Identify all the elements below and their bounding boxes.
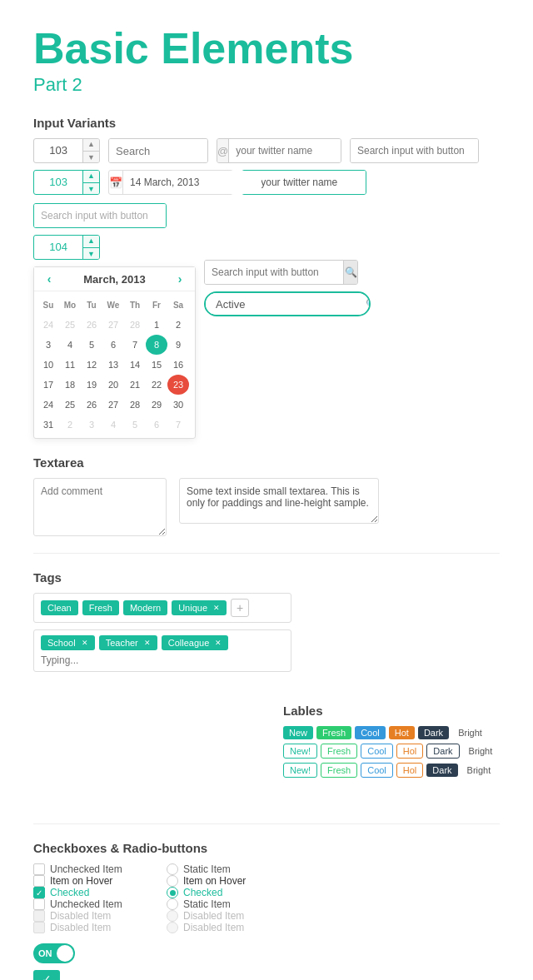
cal-24a[interactable]: 24 <box>37 315 59 335</box>
labels-row-2: New! Fresh Cool Hol Dark Bright <box>283 744 500 759</box>
cal-5b[interactable]: 5 <box>124 415 146 435</box>
tag-clean[interactable]: Clean <box>41 600 78 615</box>
cal-10[interactable]: 10 <box>37 355 59 375</box>
tag-school[interactable]: School <box>41 635 95 650</box>
tag-colleague[interactable]: Colleague <box>162 635 229 650</box>
cal-18[interactable]: 18 <box>59 375 81 395</box>
active-search-btn[interactable]: 🔍 <box>366 293 371 315</box>
spinner-3-down[interactable]: ▼ <box>83 248 99 261</box>
cal-4b[interactable]: 4 <box>102 415 124 435</box>
tag-unique[interactable]: Unique <box>172 600 227 615</box>
spinner-1-down[interactable]: ▼ <box>83 152 99 164</box>
cal-14[interactable]: 14 <box>124 355 146 375</box>
cb-label-4: Unchecked Item <box>50 898 122 910</box>
date-input[interactable] <box>123 171 262 194</box>
cal-31[interactable]: 31 <box>37 415 59 435</box>
rb-checked: Checked <box>167 887 291 898</box>
cal-21[interactable]: 21 <box>124 375 146 395</box>
spinner-2-down[interactable]: ▼ <box>83 183 99 196</box>
search-btn-input-3[interactable] <box>205 261 343 284</box>
spinner-2-up[interactable]: ▲ <box>83 170 99 183</box>
cal-3b[interactable]: 3 <box>81 415 102 435</box>
calendar-prev[interactable]: ‹ <box>41 272 57 286</box>
rb-1[interactable] <box>167 863 178 875</box>
rb-4[interactable] <box>167 898 178 910</box>
cal-12[interactable]: 12 <box>81 355 102 375</box>
cal-25b[interactable]: 25 <box>59 395 81 415</box>
cal-11[interactable]: 11 <box>59 355 81 375</box>
cal-30[interactable]: 30 <box>167 395 189 415</box>
cal-15[interactable]: 15 <box>146 355 167 375</box>
spinner-1[interactable]: 103 ▲ ▼ <box>33 138 100 163</box>
search-input[interactable] <box>109 139 208 162</box>
cb-2[interactable] <box>33 875 45 887</box>
lbl-dark-2: Dark <box>426 744 459 759</box>
labels-row-3: New! Fresh Cool Hol Dark Bright <box>283 763 500 778</box>
cal-16[interactable]: 16 <box>167 355 189 375</box>
cal-header-row: Su Mo Tu We Th Fr Sa <box>37 295 192 315</box>
rb-3[interactable] <box>167 887 178 898</box>
cal-27a[interactable]: 27 <box>102 315 124 335</box>
rb-2[interactable] <box>167 875 178 887</box>
cal-28a[interactable]: 28 <box>124 315 146 335</box>
cal-19[interactable]: 19 <box>81 375 102 395</box>
rb-label-4: Static Item <box>183 898 231 910</box>
cal-23-selected[interactable]: 23 <box>167 375 189 395</box>
tag-input[interactable] <box>41 654 284 666</box>
cal-3[interactable]: 3 <box>37 335 59 355</box>
rb-6 <box>167 922 178 933</box>
twitter-field-2[interactable] <box>254 171 366 194</box>
rb-hover: Item on Hover <box>167 875 291 887</box>
spinner-1-up[interactable]: ▲ <box>83 138 99 152</box>
cal-27b[interactable]: 27 <box>102 395 124 415</box>
active-search-wrap: 🔍 <box>204 291 371 316</box>
toggle-on[interactable]: ON <box>33 943 75 963</box>
cal-7[interactable]: 7 <box>124 335 146 355</box>
cal-26b[interactable]: 26 <box>81 395 102 415</box>
twitter-field-1[interactable] <box>229 139 341 162</box>
cal-28b[interactable]: 28 <box>124 395 146 415</box>
textarea-sample[interactable]: Some text inside small textarea. This is… <box>179 478 379 524</box>
cal-26a[interactable]: 26 <box>81 315 102 335</box>
cal-5[interactable]: 5 <box>81 335 102 355</box>
toggle-check[interactable]: ✓ <box>33 970 60 980</box>
spinner-3[interactable]: 104 ▲ ▼ <box>33 235 100 260</box>
cal-13[interactable]: 13 <box>102 355 124 375</box>
lbl-hot-2: Hol <box>396 744 424 759</box>
cal-25a[interactable]: 25 <box>59 315 81 335</box>
search-btn-3-icon[interactable]: 🔍 <box>343 261 357 284</box>
cal-1[interactable]: 1 <box>146 315 167 335</box>
cal-9[interactable]: 9 <box>167 335 189 355</box>
tag-teacher[interactable]: Teacher <box>99 635 157 650</box>
cal-17[interactable]: 17 <box>37 375 59 395</box>
search-btn-input-2[interactable] <box>34 204 167 227</box>
tag-fresh[interactable]: Fresh <box>82 600 119 615</box>
tag-modern[interactable]: Modern <box>123 600 167 615</box>
cal-day-we: We <box>102 295 124 315</box>
cal-24b[interactable]: 24 <box>37 395 59 415</box>
cb-4[interactable] <box>33 898 45 910</box>
cb-unchecked-1: Unchecked Item <box>33 863 158 875</box>
active-search-input[interactable] <box>206 293 366 315</box>
textarea-section: Textarea Some text inside small textarea… <box>33 455 500 536</box>
calendar-next[interactable]: › <box>172 272 188 286</box>
cal-29[interactable]: 29 <box>146 395 167 415</box>
search-btn-input-1[interactable] <box>351 139 479 162</box>
spinner-3-up[interactable]: ▲ <box>83 235 99 248</box>
tag-add-btn[interactable]: + <box>231 599 249 617</box>
cal-4[interactable]: 4 <box>59 335 81 355</box>
cal-20[interactable]: 20 <box>102 375 124 395</box>
cal-22[interactable]: 22 <box>146 375 167 395</box>
cal-8-today[interactable]: 8 <box>146 335 167 355</box>
spinner-2[interactable]: 103 ▲ ▼ <box>33 170 100 195</box>
cal-7b[interactable]: 7 <box>167 415 189 435</box>
cal-day-th: Th <box>124 295 146 315</box>
cal-2b[interactable]: 2 <box>59 415 81 435</box>
cb-1[interactable] <box>33 863 45 875</box>
cal-2[interactable]: 2 <box>167 315 189 335</box>
cal-6b[interactable]: 6 <box>146 415 167 435</box>
cb-3[interactable] <box>33 887 45 898</box>
cal-6[interactable]: 6 <box>102 335 124 355</box>
calendar-icon[interactable]: 📅 <box>109 171 123 194</box>
textarea-comment[interactable] <box>33 478 167 536</box>
